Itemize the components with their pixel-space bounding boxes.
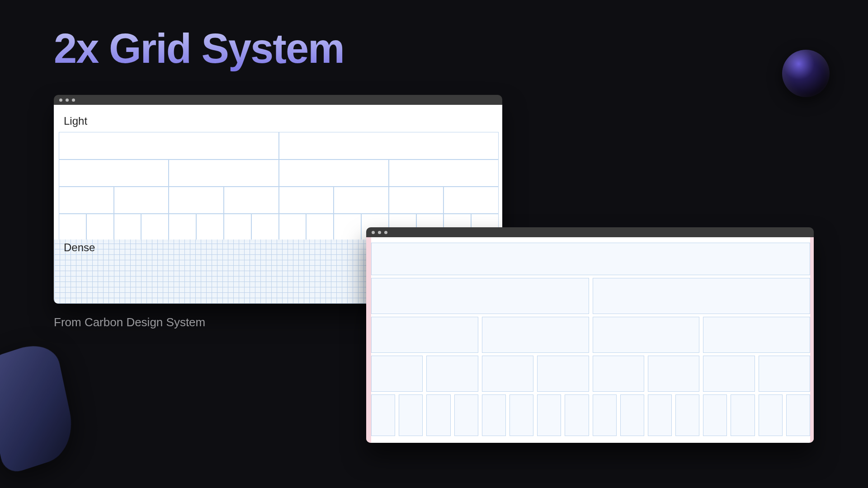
grid-row-2col bbox=[59, 132, 499, 159]
grid-cell bbox=[224, 213, 251, 241]
grid-cell bbox=[648, 394, 672, 436]
grid-cell bbox=[169, 159, 278, 187]
grid-cell bbox=[593, 394, 617, 436]
grid-cell bbox=[593, 356, 644, 392]
grid-cell bbox=[620, 394, 644, 436]
grid-cell bbox=[334, 213, 361, 241]
grid-cell bbox=[86, 213, 114, 241]
grid-cell bbox=[371, 278, 589, 314]
grid-cell bbox=[334, 186, 389, 214]
grid-cell bbox=[371, 394, 395, 436]
traffic-light-dot bbox=[72, 99, 75, 102]
grid-row-4col bbox=[59, 159, 499, 186]
grid-row-8col bbox=[59, 186, 499, 213]
slide-title: 2x Grid System bbox=[54, 25, 344, 72]
grid-cell bbox=[703, 394, 727, 436]
grid-row-4col bbox=[371, 317, 810, 352]
grid-cell bbox=[426, 394, 450, 436]
grid-cell bbox=[279, 213, 307, 241]
grid-cell bbox=[759, 394, 783, 436]
grid-cell bbox=[759, 356, 810, 392]
window-chrome bbox=[366, 227, 814, 237]
grid-cell bbox=[389, 159, 499, 187]
grid-cell bbox=[482, 394, 506, 436]
decorative-ribbon bbox=[0, 337, 78, 476]
dense-section-label: Dense bbox=[64, 241, 95, 254]
grid-cell bbox=[648, 356, 699, 392]
grid-cell bbox=[59, 213, 86, 241]
grid-row-2col bbox=[371, 278, 810, 313]
grid-cell bbox=[251, 213, 279, 241]
source-caption: From Carbon Design System bbox=[54, 315, 205, 329]
decorative-sphere bbox=[782, 50, 830, 97]
grid-example-window-spacing bbox=[366, 227, 814, 443]
grid-cell bbox=[169, 213, 196, 241]
grid-cell bbox=[59, 186, 114, 214]
slide: 2x Grid System Light bbox=[0, 0, 868, 488]
grid-cell bbox=[593, 317, 700, 353]
grid-cell bbox=[114, 213, 142, 241]
grid-cell bbox=[482, 356, 533, 392]
grid-row-1col bbox=[371, 243, 810, 274]
grid-cell bbox=[509, 394, 533, 436]
traffic-light-dot bbox=[59, 99, 62, 102]
grid-cell bbox=[59, 159, 169, 187]
grid-cell bbox=[482, 317, 589, 353]
traffic-light-dot bbox=[378, 231, 381, 234]
grid-cell bbox=[443, 186, 499, 214]
grid-row-8col bbox=[371, 356, 810, 391]
grid-cell bbox=[224, 186, 279, 214]
grid-cell bbox=[306, 213, 334, 241]
grid-cell bbox=[279, 186, 334, 214]
traffic-light-dot bbox=[384, 231, 387, 234]
grid-right-margin bbox=[810, 237, 814, 443]
grid-cell bbox=[141, 213, 169, 241]
grid-cell bbox=[371, 317, 478, 353]
grid-cell bbox=[114, 186, 169, 214]
window-canvas bbox=[366, 237, 814, 443]
grid-cell bbox=[703, 356, 755, 392]
grid-cell bbox=[565, 394, 589, 436]
grid-cell bbox=[537, 356, 589, 392]
grid-cell bbox=[389, 186, 444, 214]
grid-cell bbox=[371, 356, 423, 392]
grid-cell bbox=[675, 394, 699, 436]
grid-cell bbox=[279, 159, 389, 187]
grid-cell bbox=[703, 317, 810, 353]
grid-cell bbox=[731, 394, 755, 436]
traffic-light-dot bbox=[66, 99, 69, 102]
grid-cell bbox=[371, 243, 810, 275]
grid-cell bbox=[399, 394, 423, 436]
window-chrome bbox=[54, 95, 502, 105]
grid-cell bbox=[279, 132, 499, 160]
grid-cell bbox=[537, 394, 561, 436]
grid-cell bbox=[59, 132, 279, 160]
light-section-label: Light bbox=[64, 115, 87, 127]
grid-cell bbox=[593, 278, 811, 314]
spacing-grid bbox=[371, 237, 810, 443]
grid-cell bbox=[454, 394, 478, 436]
traffic-light-dot bbox=[372, 231, 375, 234]
grid-cell bbox=[786, 394, 810, 436]
grid-row-16col bbox=[371, 394, 810, 435]
grid-cell bbox=[426, 356, 478, 392]
grid-cell bbox=[196, 213, 224, 241]
grid-cell bbox=[169, 186, 224, 214]
grid-left-margin bbox=[366, 237, 371, 443]
